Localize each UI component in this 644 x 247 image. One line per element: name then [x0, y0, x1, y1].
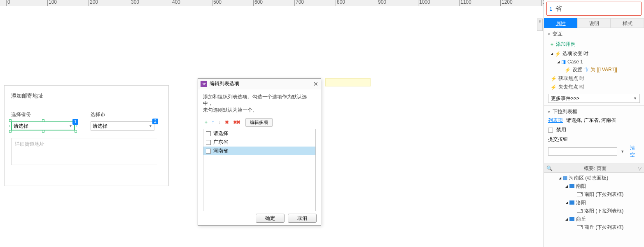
section-interaction[interactable]: ▾交互 — [548, 30, 640, 37]
province-label: 选择省份 — [11, 111, 82, 118]
chevron-down-icon[interactable]: ▼ — [621, 149, 624, 154]
outline-row[interactable]: ◢商丘 — [546, 215, 642, 223]
move-down-icon[interactable]: ↓ — [218, 119, 221, 125]
rect-icon — [569, 200, 574, 205]
cancel-button[interactable]: 取消 — [288, 214, 317, 223]
chevron-down-icon: ▼ — [633, 96, 637, 100]
canvas[interactable]: ⇕ 添加邮寄地址 选择省份 请选择 ▼ 1 选择市 — [0, 6, 544, 247]
close-icon[interactable]: ✕ — [313, 81, 318, 87]
chevron-down-icon: ▼ — [69, 124, 72, 128]
move-up-icon[interactable]: ↑ — [212, 119, 214, 125]
event-icon: ⚡ — [555, 51, 561, 57]
dialog-toolbar: + ↑ ↓ ✖ ✖✖ 编辑多项 — [203, 117, 316, 127]
submit-label: 提交按钮 — [548, 136, 568, 142]
outline-row[interactable]: 南阳 (下拉列表框) — [546, 190, 642, 198]
ok-button[interactable]: 确定 — [256, 214, 285, 223]
footnote-2: 2 — [152, 119, 158, 124]
form-title: 添加邮寄地址 — [11, 92, 162, 100]
list-item[interactable]: 请选择 — [203, 129, 315, 138]
city-select[interactable]: 请选择 ▼ 2 — [91, 121, 154, 130]
case-icon: ◨ — [561, 59, 566, 65]
tab-notes[interactable]: 说明 — [577, 18, 611, 28]
footnote-1: 1 — [72, 119, 78, 125]
outline-row[interactable]: 洛阳 (下拉列表框) — [546, 207, 642, 215]
form-panel: 添加邮寄地址 选择省份 请选择 ▼ 1 选择市 请选择 — [4, 85, 169, 186]
delete-all-icon[interactable]: ✖✖ — [233, 119, 240, 125]
section-droplist[interactable]: ▾下拉列表框 — [548, 108, 640, 115]
droplist-icon — [577, 225, 583, 229]
chevron-down-icon[interactable]: ◢ — [565, 201, 568, 205]
disabled-checkbox[interactable] — [548, 128, 553, 133]
add-case-button[interactable]: +添加用例 — [548, 39, 640, 49]
list-item[interactable]: 河南省 — [203, 147, 315, 155]
outline-header: 🔍 概要: 页面 ▽ — [544, 164, 644, 173]
city-value: 请选择 — [93, 123, 107, 130]
outline-row[interactable]: 商丘 (下拉列表框) — [546, 223, 642, 231]
chevron-down-icon: ▼ — [149, 124, 152, 128]
rect-icon — [569, 184, 574, 188]
case-row[interactable]: ◢◨Case 1 — [548, 58, 640, 65]
rect-icon — [569, 217, 574, 221]
outline-tree[interactable]: ◢▦河南区 (动态面板)◢南阳南阳 (下拉列表框)◢洛阳洛阳 (下拉列表框)◢商… — [544, 173, 644, 247]
event-row[interactable]: ⚡失去焦点 时 — [548, 83, 640, 91]
checkbox[interactable] — [206, 140, 211, 145]
options-list[interactable]: 请选择广东省河南省 — [203, 129, 316, 211]
tab-style[interactable]: 样式 — [611, 18, 644, 28]
list-item[interactable]: 广东省 — [203, 138, 315, 147]
outline-row[interactable]: ◢▦河南区 (动态面板) — [546, 174, 642, 182]
outline-row[interactable]: ◢南阳 — [546, 182, 642, 190]
event-row[interactable]: ⚡获取焦点 时 — [548, 74, 640, 83]
delete-icon[interactable]: ✖ — [225, 119, 229, 125]
list-items-link[interactable]: 列表项 — [548, 117, 563, 124]
province-value: 请选择 — [14, 123, 28, 130]
event-row[interactable]: ◢⚡选项改变 时 — [548, 49, 640, 58]
chevron-down-icon[interactable]: ◢ — [565, 217, 568, 221]
event-icon: ⚡ — [551, 76, 557, 82]
folder-icon: ▦ — [563, 175, 567, 181]
chevron-down-icon[interactable]: ◢ — [559, 176, 561, 180]
inspector-panel: 1 省 属性 说明 样式 ▾交互 +添加用例 ◢⚡选项改变 时 ◢◨Case 1… — [544, 0, 644, 247]
action-row[interactable]: ⚡设置 市 为 [[LVAR1]] — [548, 65, 640, 74]
app-icon: RP — [201, 81, 207, 87]
chevron-down-icon: ▾ — [548, 110, 550, 114]
city-label: 选择市 — [91, 111, 162, 118]
scroll-marker: ⇕ — [537, 19, 543, 31]
dialog-titlebar[interactable]: RP 编辑列表选项 ✕ — [198, 79, 321, 89]
bolt-icon: ⚡ — [565, 67, 571, 73]
event-icon: ⚡ — [551, 84, 557, 90]
checkbox[interactable] — [206, 149, 211, 154]
plus-icon: + — [551, 42, 553, 47]
add-icon[interactable]: + — [205, 119, 208, 125]
inspector-tabs: 属性 说明 样式 — [544, 18, 644, 28]
widget-name-field[interactable]: 1 省 — [546, 2, 642, 16]
outline-row[interactable]: ◢洛阳 — [546, 198, 642, 207]
clear-link[interactable]: 清空 — [630, 144, 640, 158]
filter-icon[interactable]: ▽ — [638, 165, 642, 171]
disabled-label: 禁用 — [556, 126, 566, 133]
edit-multi-button[interactable]: 编辑多项 — [245, 118, 273, 127]
dialog-description: 添加和组织列表选项。勾选一个选项作为默认选中，未勾选则默认为第一个。 — [203, 93, 316, 113]
tab-properties[interactable]: 属性 — [544, 18, 577, 28]
search-icon[interactable]: 🔍 — [546, 165, 553, 171]
list-items-value: 请选择, 广东省, 河南省 — [566, 117, 616, 124]
submit-input[interactable] — [548, 147, 617, 156]
droplist-icon — [577, 209, 583, 213]
address-textarea[interactable]: 详细街道地址 — [11, 138, 157, 165]
dialog-title: 编辑列表选项 — [210, 80, 239, 87]
widget-index: 1 — [549, 6, 552, 12]
droplist-icon — [577, 192, 583, 196]
chevron-down-icon: ▾ — [548, 32, 550, 36]
highlight-band — [325, 78, 371, 86]
more-events-select[interactable]: 更多事件>>>▼ — [548, 94, 640, 103]
checkbox[interactable] — [206, 131, 211, 136]
widget-name: 省 — [555, 5, 562, 13]
chevron-down-icon[interactable]: ◢ — [565, 184, 568, 188]
edit-list-dialog: RP 编辑列表选项 ✕ 添加和组织列表选项。勾选一个选项作为默认选中，未勾选则默… — [198, 78, 321, 226]
province-select[interactable]: 请选择 ▼ 1 — [11, 121, 75, 130]
horizontal-ruler: 0100200300400500600700800900100011001200… — [0, 0, 544, 6]
